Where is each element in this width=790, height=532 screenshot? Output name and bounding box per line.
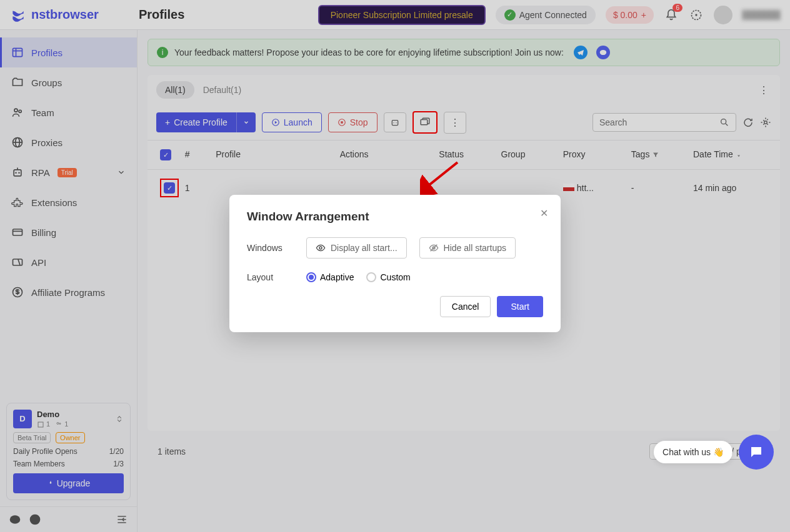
- chat-text: Chat with us 👋: [654, 441, 732, 463]
- window-arrangement-modal: Window Arrangement ✕ Windows Display all…: [229, 195, 561, 332]
- windows-label: Windows: [247, 243, 294, 253]
- eye-icon: [316, 243, 326, 253]
- chat-widget: Chat with us 👋: [654, 435, 774, 470]
- svg-point-35: [319, 247, 322, 249]
- hide-all-button[interactable]: Hide all startups: [419, 237, 516, 259]
- modal-title: Window Arrangement: [247, 210, 543, 224]
- radio-custom[interactable]: Custom: [366, 272, 410, 282]
- radio-adaptive[interactable]: Adaptive: [306, 272, 354, 282]
- eye-off-icon: [429, 243, 439, 253]
- chat-button[interactable]: [739, 435, 774, 470]
- chat-icon: [749, 445, 764, 460]
- start-button[interactable]: Start: [497, 296, 543, 317]
- cancel-button[interactable]: Cancel: [440, 296, 491, 317]
- radio-icon: [366, 272, 376, 282]
- modal-close-button[interactable]: ✕: [540, 207, 548, 219]
- layout-label: Layout: [247, 272, 294, 282]
- radio-icon: [306, 272, 316, 282]
- display-all-button[interactable]: Display all start...: [306, 237, 407, 259]
